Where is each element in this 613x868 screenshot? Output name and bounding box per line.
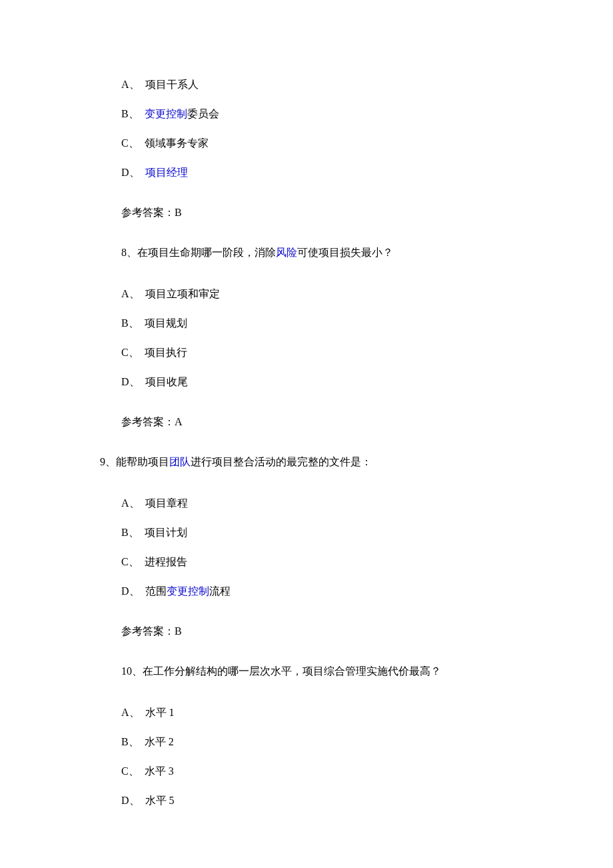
- q10-option-d: D、 水平 5: [121, 793, 533, 809]
- q8-option-c: C、 项目执行: [121, 345, 533, 361]
- option-text: 领域事务专家: [145, 137, 209, 149]
- option-label: A、: [121, 288, 140, 299]
- q8-answer: 参考答案：A: [121, 414, 533, 430]
- q10-option-c: C、 水平 3: [121, 763, 533, 779]
- option-text: 项目计划: [145, 527, 187, 538]
- option-text: 水平 2: [145, 736, 174, 747]
- option-text: 进程报告: [145, 556, 187, 567]
- link-project-manager[interactable]: 项目经理: [145, 167, 188, 178]
- option-label: D、: [121, 376, 140, 387]
- option-label: A、: [121, 79, 140, 90]
- q10-option-a: A、 水平 1: [121, 705, 533, 721]
- option-text: 项目收尾: [145, 376, 188, 387]
- option-suffix: 委员会: [187, 108, 219, 119]
- option-label: A、: [121, 497, 140, 509]
- q8-option-a: A、 项目立项和审定: [121, 286, 533, 302]
- q9-prompt-post: 进行项目整合活动的最完整的文件是：: [191, 456, 372, 467]
- q10-prompt: 10、在工作分解结构的哪一层次水平，项目综合管理实施代价最高？: [121, 663, 533, 679]
- option-label: D、: [121, 585, 140, 597]
- q7-option-b: B、 变更控制委员会: [121, 106, 533, 122]
- option-pre: 范围: [145, 585, 167, 597]
- q9-prompt-pre: 9、能帮助项目: [100, 456, 169, 467]
- option-label: C、: [121, 556, 139, 567]
- option-post: 流程: [209, 585, 231, 597]
- option-text: 水平 1: [145, 707, 175, 718]
- q10-option-b: B、 水平 2: [121, 734, 533, 750]
- option-label: C、: [121, 347, 139, 358]
- q7-answer: 参考答案：B: [121, 205, 533, 221]
- option-text: 水平 3: [145, 765, 174, 777]
- q8-prompt-post: 可使项目损失最小？: [297, 247, 393, 258]
- option-label: C、: [121, 137, 139, 149]
- q7-option-a: A、 项目干系人: [121, 77, 533, 93]
- option-label: B、: [121, 736, 139, 747]
- option-text: 项目干系人: [145, 79, 199, 90]
- option-label: A、: [121, 707, 140, 718]
- q9-option-a: A、 项目章程: [121, 495, 533, 511]
- q7-option-d: D、 项目经理: [121, 165, 533, 181]
- option-label: D、: [121, 795, 140, 806]
- document-page: A、 项目干系人 B、 变更控制委员会 C、 领域事务专家 D、 项目经理 参考…: [0, 0, 613, 868]
- option-label: B、: [121, 527, 139, 538]
- q9-option-d: D、 范围变更控制流程: [121, 583, 533, 599]
- q7-option-c: C、 领域事务专家: [121, 135, 533, 151]
- q8-option-d: D、 项目收尾: [121, 374, 533, 390]
- option-label: B、: [121, 317, 139, 329]
- option-text: 项目立项和审定: [145, 288, 220, 299]
- option-text: 项目执行: [145, 347, 187, 358]
- q9-option-b: B、 项目计划: [121, 525, 533, 541]
- option-text: 项目章程: [145, 497, 188, 509]
- q9-option-c: C、 进程报告: [121, 554, 533, 570]
- option-label: C、: [121, 765, 139, 777]
- link-change-control[interactable]: 变更控制: [145, 108, 187, 119]
- q8-prompt-pre: 8、在项目生命期哪一阶段，消除: [121, 247, 276, 258]
- q9-prompt: 9、能帮助项目团队进行项目整合活动的最完整的文件是：: [100, 454, 533, 470]
- link-team[interactable]: 团队: [169, 456, 191, 467]
- option-label: D、: [121, 167, 140, 178]
- q8-option-b: B、 项目规划: [121, 315, 533, 331]
- q8-prompt: 8、在项目生命期哪一阶段，消除风险可使项目损失最小？: [121, 245, 533, 261]
- link-risk[interactable]: 风险: [276, 247, 297, 258]
- option-label: B、: [121, 108, 139, 119]
- option-text: 项目规划: [145, 317, 187, 329]
- option-text: 水平 5: [145, 795, 175, 806]
- link-change-control[interactable]: 变更控制: [167, 585, 209, 597]
- q9-answer: 参考答案：B: [121, 623, 533, 639]
